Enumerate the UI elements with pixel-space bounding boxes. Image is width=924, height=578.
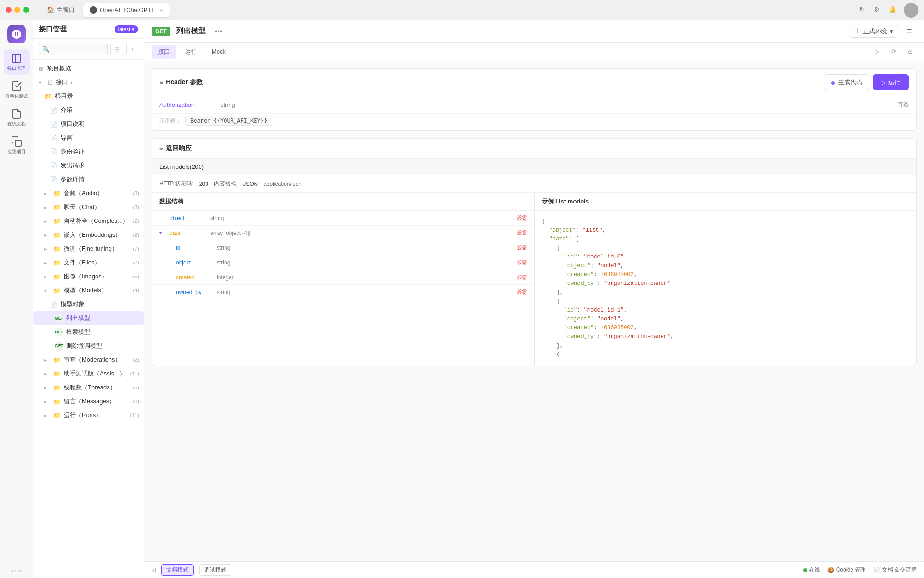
tree-item-params[interactable]: 📄 参数详情 xyxy=(33,172,144,186)
maximize-button[interactable] xyxy=(23,7,29,13)
tab-run[interactable]: 运行 xyxy=(178,45,203,59)
tree-item-delete-model[interactable]: GET 删除微调模型 xyxy=(33,339,144,353)
main-toolbar: GET 列出模型 ••• 正 正式环境 ▾ ☰ xyxy=(144,20,924,43)
tree-item-assistants[interactable]: ▸ 📁 助手测试版（Assis...） (11) xyxy=(33,367,144,381)
doc-icon: 📄 xyxy=(50,121,57,128)
close-button[interactable] xyxy=(6,7,12,13)
nav-badge[interactable]: latest ▾ xyxy=(115,25,138,33)
refresh-icon[interactable]: ↻ xyxy=(859,6,868,14)
method-badge: GET xyxy=(152,27,170,36)
http-status-value: 200 xyxy=(199,181,208,187)
online-status: 在线 xyxy=(803,566,820,574)
json-line: "object": "model", xyxy=(542,262,909,271)
add-button[interactable]: + xyxy=(126,43,139,55)
json-line: "created": 1686935002, xyxy=(542,271,909,279)
content-format-value: JSON xyxy=(243,181,258,187)
tree-item-search-model[interactable]: GET 检索模型 xyxy=(33,325,144,339)
tree-item-interface[interactable]: ▾ ⊡ 接口 ▾ xyxy=(33,75,144,89)
icon-sidebar: 接口管理 自动化测试 在线文档 克隆项目 AiBox xyxy=(0,20,33,578)
caret-icon: ▸ xyxy=(44,274,51,279)
tree-item-moderations[interactable]: ▸ 📁 审查（Moderations） (2) xyxy=(33,353,144,367)
minimize-button[interactable] xyxy=(14,7,20,13)
tree-item-completions[interactable]: ▸ 📁 自动补全（Completi...） (2) xyxy=(33,214,144,228)
tree-item-messages[interactable]: ▸ 📁 留言（Messages） (8) xyxy=(33,394,144,408)
tree-item-overview[interactable]: ⊞ 项目概览 xyxy=(33,61,144,75)
tab-close-icon[interactable]: × xyxy=(160,7,163,13)
expand-icon[interactable]: ▾ xyxy=(159,230,166,235)
back-icon[interactable]: ◁ xyxy=(152,567,156,573)
app-layout: 接口管理 自动化测试 在线文档 克隆项目 AiBox 接口管理 latest ▾ xyxy=(0,20,924,578)
section-title-icon: ≡ xyxy=(159,79,163,86)
ds-row-created: created integer 必需 xyxy=(152,270,534,285)
tree-item-intro[interactable]: 📄 介绍 xyxy=(33,103,144,117)
doc-community[interactable]: 📄 文档 & 交流群 xyxy=(873,566,917,574)
cookie-management[interactable]: 🍪 Cookie 管理 xyxy=(827,566,866,574)
caret-small: ▾ xyxy=(70,80,73,85)
tree-item-guide[interactable]: 📄 导言 xyxy=(33,131,144,145)
get-badge: GET xyxy=(55,314,63,322)
tree-item-images[interactable]: ▸ 📁 图像（Images） (5) xyxy=(33,270,144,283)
tab-main[interactable]: 🏠 主窗口 xyxy=(40,3,81,17)
sidebar-item-docs[interactable]: 在线文档 xyxy=(4,105,30,130)
tab-openai-label: OpenAI（ChatGPT） xyxy=(100,6,157,14)
titlebar-tabs: 🏠 主窗口 OpenAI（ChatGPT） × xyxy=(40,3,856,17)
online-dot xyxy=(803,568,807,572)
sidebar-item-interface[interactable]: 接口管理 xyxy=(4,49,30,75)
sidebar-item-clone[interactable]: 克隆项目 xyxy=(4,132,30,158)
ds-field-name: id xyxy=(176,245,213,251)
ds-row-object-nested: object string 必需 xyxy=(152,255,534,270)
tree-item-finetuning[interactable]: ▸ 📁 微调（Fine-tuning） (7) xyxy=(33,242,144,256)
notification-icon[interactable]: 🔔 xyxy=(889,6,897,14)
doc-icon: 📄 xyxy=(50,135,57,141)
filter-button[interactable]: ⊟ xyxy=(110,43,123,55)
tree-item-chat[interactable]: ▸ 📁 聊天（Chat） (3) xyxy=(33,200,144,214)
data-structure-panel: 数据结构 object string 必需 ▾ xyxy=(152,193,535,366)
env-label: 正式环境 xyxy=(863,27,887,36)
tree-item-runs[interactable]: ▸ 📁 运行（Runs） (11) xyxy=(33,408,144,422)
debug-mode-button[interactable]: 调试模式 xyxy=(199,564,231,576)
menu-button[interactable]: ☰ xyxy=(902,24,917,39)
refresh-icon[interactable]: ⟳ xyxy=(887,45,900,58)
tab-interface[interactable]: 接口 xyxy=(152,45,176,59)
tree-item-model-obj[interactable]: 📄 模型对象 xyxy=(33,297,144,311)
header-params-section: ≡ Header 参数 ◈ 生成代码 ▷ 运行 xyxy=(152,68,917,131)
doc-icon: 📄 xyxy=(50,107,57,114)
get-badge: GET xyxy=(55,328,63,336)
tree-item-rootdir[interactable]: 📁 根目录 xyxy=(33,89,144,103)
sidebar-item-clone-label: 克隆项目 xyxy=(7,148,26,155)
tree-item-proj-desc[interactable]: 📄 项目说明 xyxy=(33,117,144,131)
run-button[interactable]: ▷ 运行 xyxy=(873,74,909,90)
tree-item-files[interactable]: ▸ 📁 文件（Files） (7) xyxy=(33,256,144,270)
sidebar-item-autotest[interactable]: 自动化测试 xyxy=(4,77,30,103)
tree-item-list-models[interactable]: GET 列出模型 xyxy=(33,311,144,325)
tree-item-audio[interactable]: ▸ 📁 音频（Audio） (3) xyxy=(33,186,144,200)
tree-item-embeddings[interactable]: ▸ 📁 嵌入（Embeddings） (2) xyxy=(33,228,144,242)
env-selector[interactable]: 正 正式环境 ▾ xyxy=(850,25,898,38)
doc-label: 文档 & 交流群 xyxy=(882,566,917,574)
gen-code-button[interactable]: ◈ 生成代码 xyxy=(824,74,869,90)
ds-required-badge: 必需 xyxy=(517,289,527,295)
doc-icon: 📄 xyxy=(50,176,57,183)
doc-mode-button[interactable]: 文档模式 xyxy=(161,564,194,576)
tab-mock[interactable]: Mock xyxy=(205,45,232,58)
run-icon: ▷ xyxy=(881,79,886,86)
sidebar-item-interface-label: 接口管理 xyxy=(7,65,26,72)
section-actions: ◈ 生成代码 ▷ 运行 xyxy=(824,74,909,90)
tree-item-threads[interactable]: ▸ 📁 线程数（Threads） (5) xyxy=(33,381,144,394)
json-line: "object": "model", xyxy=(542,315,909,324)
avatar[interactable] xyxy=(904,3,918,18)
sub-tab-actions: ▷ ⟳ ⊙ xyxy=(870,45,917,58)
doc-icon: 📄 xyxy=(50,162,57,169)
play-icon[interactable]: ▷ xyxy=(870,45,883,58)
more-button[interactable]: ••• xyxy=(215,27,223,36)
folder-icon: 📁 xyxy=(53,204,61,211)
settings-icon[interactable]: ⊙ xyxy=(904,45,917,58)
tab-openai[interactable]: OpenAI（ChatGPT） × xyxy=(83,3,170,17)
tree-item-models[interactable]: ▾ 📁 模型（Models） (4) xyxy=(33,283,144,297)
folder-icon: 📁 xyxy=(53,218,61,225)
settings-icon[interactable]: ⚙ xyxy=(874,6,882,14)
caret-icon: ▸ xyxy=(44,385,51,390)
folder-icon: 📁 xyxy=(53,398,61,405)
tree-item-request[interactable]: 📄 发出请求 xyxy=(33,159,144,172)
tree-item-auth[interactable]: 📄 身份验证 xyxy=(33,145,144,159)
